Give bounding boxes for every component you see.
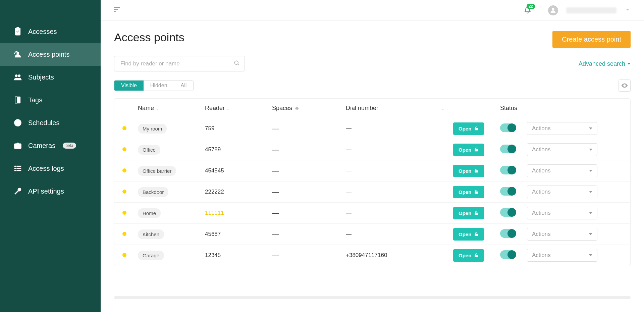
status-toggle[interactable]: [500, 208, 516, 217]
svg-point-17: [552, 8, 554, 10]
svg-point-7: [16, 145, 19, 148]
col-status[interactable]: Status: [497, 99, 524, 118]
status-toggle[interactable]: [500, 145, 516, 153]
status-toggle[interactable]: [500, 123, 516, 132]
status-toggle[interactable]: [500, 187, 516, 196]
advanced-search-link[interactable]: Advanced search: [579, 60, 631, 67]
divider: [540, 4, 540, 16]
sidebar-item-schedules[interactable]: Schedules: [0, 111, 101, 134]
sidebar-item-subjects[interactable]: Subjects: [0, 66, 101, 89]
dial-number-value: +380947117160: [346, 252, 387, 258]
camera-icon: [13, 141, 22, 150]
actions-dropdown[interactable]: Actions: [527, 186, 597, 198]
dial-number-value: —: [346, 231, 352, 237]
create-access-point-button[interactable]: Create access point: [552, 31, 631, 48]
access-point-name-chip[interactable]: Backdoor: [138, 187, 168, 197]
filter-visible[interactable]: Visible: [114, 81, 144, 91]
actions-dropdown[interactable]: Actions: [527, 249, 597, 262]
actions-dropdown[interactable]: Actions: [527, 164, 597, 177]
status-dot-icon: [122, 190, 126, 194]
chevron-down-icon[interactable]: [625, 7, 631, 14]
status-dot-icon: [122, 211, 126, 215]
sidebar: Accesses Access points Subjects Tags Sch…: [0, 0, 101, 312]
search-input[interactable]: [114, 56, 245, 71]
table-row: Backdoor222222——OpenActions: [114, 181, 630, 203]
status-toggle[interactable]: [500, 229, 516, 238]
actions-label: Actions: [532, 167, 551, 174]
caret-down-icon: [589, 149, 592, 151]
col-dial[interactable]: Dial number: [342, 99, 436, 118]
sidebar-item-tags[interactable]: Tags: [0, 89, 101, 111]
clock-icon: [13, 118, 22, 127]
col-spaces[interactable]: Spaces: [269, 99, 342, 118]
svg-rect-12: [14, 170, 16, 171]
advanced-search-label: Advanced search: [579, 60, 625, 67]
actions-dropdown[interactable]: Actions: [527, 207, 597, 219]
svg-point-2: [18, 74, 20, 77]
caret-down-icon: [589, 170, 592, 172]
actions-label: Actions: [532, 146, 551, 153]
access-point-name-chip[interactable]: My room: [138, 124, 167, 134]
search-icon[interactable]: [233, 60, 240, 68]
col-spaces-label: Spaces: [272, 105, 292, 111]
access-point-name-chip[interactable]: Office barrier: [138, 166, 176, 176]
open-button[interactable]: Open: [453, 228, 484, 241]
col-reader-label: Reader: [205, 105, 225, 111]
sidebar-item-accesses[interactable]: Accesses: [0, 20, 101, 43]
status-toggle[interactable]: [500, 166, 516, 174]
gear-icon[interactable]: [292, 105, 300, 111]
sidebar-item-label: Cameras: [28, 142, 55, 150]
sort-arrow-icon: ↓: [227, 106, 229, 111]
header: 22: [101, 0, 644, 21]
col-name[interactable]: Name↓: [135, 99, 202, 118]
actions-dropdown[interactable]: Actions: [527, 122, 597, 135]
sidebar-item-access-logs[interactable]: Access logs: [0, 157, 101, 180]
access-point-name-chip[interactable]: Office: [138, 145, 160, 155]
access-points-table: Name↓ Reader↓ Spaces Dial number ↓ Statu…: [114, 98, 631, 266]
dial-number-value: —: [346, 189, 352, 195]
sidebar-item-api-settings[interactable]: API settings: [0, 180, 101, 203]
open-button[interactable]: Open: [453, 144, 484, 156]
col-dial-label: Dial number: [346, 105, 378, 111]
svg-rect-4: [15, 97, 17, 103]
access-point-icon: [13, 50, 22, 59]
table-row: Kitchen45687——OpenActions: [114, 224, 630, 245]
notifications-button[interactable]: 22: [524, 6, 532, 15]
open-button[interactable]: Open: [453, 165, 484, 177]
search-input-wrapper: [114, 56, 245, 71]
horizontal-scrollbar[interactable]: [114, 296, 631, 299]
status-toggle[interactable]: [500, 250, 516, 259]
sidebar-item-cameras[interactable]: Cameras beta: [0, 134, 101, 157]
dial-number-value: —: [346, 210, 352, 216]
col-reader[interactable]: Reader↓: [202, 99, 269, 118]
sidebar-item-label: API settings: [28, 188, 64, 195]
open-button[interactable]: Open: [453, 249, 484, 262]
visibility-toggle-button[interactable]: [619, 80, 631, 92]
table-header-row: Name↓ Reader↓ Spaces Dial number ↓ Statu…: [114, 99, 630, 118]
open-button[interactable]: Open: [453, 122, 484, 135]
filter-all[interactable]: All: [174, 81, 194, 91]
svg-rect-13: [17, 170, 21, 171]
col-sort-indicator[interactable]: ↓: [436, 99, 450, 118]
spaces-value: —: [272, 188, 279, 196]
actions-dropdown[interactable]: Actions: [527, 143, 597, 156]
spaces-value: —: [272, 125, 279, 132]
avatar-icon[interactable]: [548, 5, 558, 15]
access-point-name-chip[interactable]: Garage: [138, 251, 164, 260]
open-button[interactable]: Open: [453, 186, 484, 198]
table-row: Office barrier454545——OpenActions: [114, 160, 630, 181]
clipboard-check-icon: [13, 27, 22, 36]
beta-badge: beta: [63, 143, 76, 149]
access-point-name-chip[interactable]: Kitchen: [138, 229, 164, 239]
access-point-name-chip[interactable]: Home: [138, 208, 161, 218]
actions-dropdown[interactable]: Actions: [527, 228, 597, 241]
reader-value: 454545: [205, 167, 224, 174]
visibility-filter: Visible Hidden All: [114, 80, 194, 91]
sidebar-item-access-points[interactable]: Access points: [0, 43, 101, 66]
caret-down-icon: [589, 254, 592, 256]
open-button[interactable]: Open: [453, 207, 484, 219]
actions-label: Actions: [532, 231, 551, 238]
reader-value: 45789: [205, 146, 221, 153]
menu-sort-icon[interactable]: [113, 6, 121, 15]
filter-hidden[interactable]: Hidden: [144, 81, 174, 91]
